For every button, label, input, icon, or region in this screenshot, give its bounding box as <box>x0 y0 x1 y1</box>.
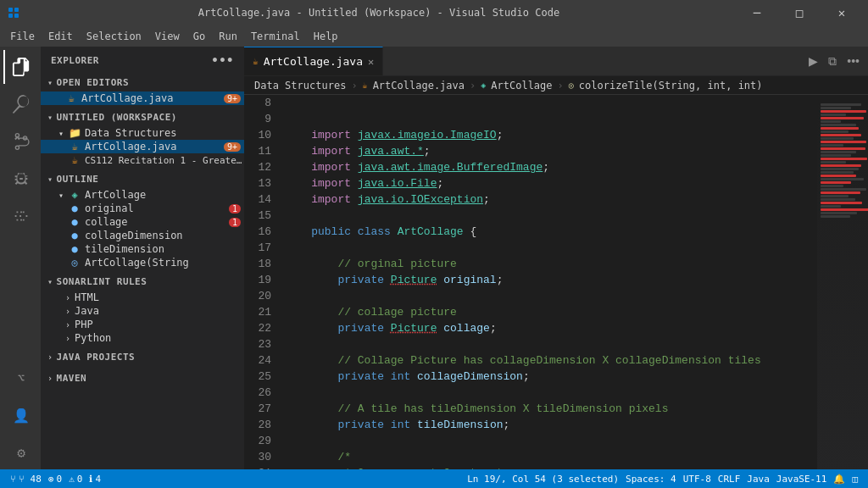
menu-run[interactable]: Run <box>212 25 244 47</box>
sonarlint-php[interactable]: › PHP <box>41 318 244 331</box>
minimap[interactable] <box>817 95 868 469</box>
breadcrumb-filename[interactable]: ArtCollage.java <box>373 80 465 92</box>
svg-rect-3 <box>14 14 19 18</box>
outline-header[interactable]: ▾ OUTLINE <box>41 167 244 188</box>
cs112-file[interactable]: ☕ CS112 Recitation 1 - Greatest Hits o..… <box>41 153 244 167</box>
line-ending-status[interactable]: CRLF <box>715 469 744 488</box>
git-branch-status[interactable]: ⑂ ⑂ 48 <box>7 469 45 488</box>
outline-artcollage-method[interactable]: ◎ ArtCollage(String <box>41 256 244 269</box>
menu-selection[interactable]: Selection <box>80 25 148 47</box>
maximize-button[interactable]: □ <box>780 0 819 25</box>
lint-status[interactable]: JavaSE-11 <box>773 469 831 488</box>
outline-collage[interactable]: ● collage 1 <box>41 215 244 229</box>
outline-artcollage[interactable]: ▾ ◈ ArtCollage <box>41 188 244 202</box>
breadcrumb-method[interactable]: colorizeTile(String, int, int) <box>579 80 763 92</box>
window-title: ArtCollage.java - Untitled (Workspace) -… <box>20 7 737 19</box>
sonarlint-html[interactable]: › HTML <box>41 291 244 304</box>
sidebar: EXPLORER ••• ▾ OPEN EDITORS ☕ ArtCollage… <box>41 47 244 469</box>
python-arrow: › <box>61 334 75 343</box>
encoding-label: UTF-8 <box>683 474 711 485</box>
workspace-header[interactable]: ▾ UNTITLED (WORKSPACE) <box>41 105 244 126</box>
menu-help[interactable]: Help <box>307 25 345 47</box>
svg-rect-1 <box>14 8 19 12</box>
warning-count: 0 <box>77 474 83 485</box>
sonarlint-header[interactable]: ▾ SONARLINT RULES <box>41 269 244 291</box>
menu-go[interactable]: Go <box>186 25 212 47</box>
activity-explorer[interactable] <box>3 50 37 84</box>
open-editor-artcollage[interactable]: ☕ ArtCollage.java 9+ <box>41 92 244 105</box>
data-structures-folder[interactable]: ▾ 📁 Data Structures <box>41 126 244 140</box>
more-actions-button[interactable]: ••• <box>843 53 863 69</box>
java-file-icon2: ☕ <box>68 154 81 166</box>
remote-icon[interactable]: ◫ <box>849 469 861 488</box>
close-button[interactable]: ✕ <box>822 0 861 25</box>
folder-arrow-icon: ▾ <box>54 129 68 138</box>
error-icon: ⊗ <box>48 474 54 485</box>
encoding-status[interactable]: UTF-8 <box>680 469 715 488</box>
explorer-header[interactable]: EXPLORER ••• <box>41 47 244 70</box>
breadcrumb-sep3: › <box>558 80 564 92</box>
warning-icon: ⚠ <box>69 474 75 485</box>
status-bar: ⑂ ⑂ 48 ⊗ 0 ⚠ 0 ℹ 4 Ln 19/, Col 54 (3 sel… <box>0 469 868 488</box>
code-and-minimap: 89101112 1314151617 1819202122 232425262… <box>244 95 868 469</box>
explorer-more-icon[interactable]: ••• <box>211 53 234 67</box>
language-status[interactable]: Java <box>743 469 773 488</box>
activity-search[interactable] <box>3 87 37 121</box>
activity-settings[interactable]: ⚙ <box>3 435 37 469</box>
info-icon: ℹ <box>89 474 92 485</box>
field-icon4: ● <box>68 243 81 255</box>
activity-account[interactable]: 👤 <box>3 398 37 432</box>
java-arrow: › <box>61 307 75 316</box>
status-right: Ln 19/, Col 54 (3 selected) Spaces: 4 UT… <box>464 469 861 488</box>
menu-view[interactable]: View <box>148 25 186 47</box>
language-label: Java <box>747 474 770 485</box>
breadcrumb-class[interactable]: ArtCollage <box>491 80 552 92</box>
maven-header[interactable]: › MAVEN <box>41 366 244 387</box>
code-editor[interactable]: 89101112 1314151617 1819202122 232425262… <box>244 95 817 469</box>
sonarlint-java[interactable]: › Java <box>41 304 244 318</box>
spaces-label: Spaces: 4 <box>626 474 676 485</box>
class-icon: ◈ <box>68 189 81 201</box>
spaces-status[interactable]: Spaces: 4 <box>622 469 680 488</box>
run-button[interactable]: ▶ <box>805 53 821 69</box>
tab-artcollage[interactable]: ☕ ArtCollage.java ✕ <box>244 47 383 75</box>
cursor-position-label: Ln 19/, Col 54 (3 selected) <box>467 474 619 485</box>
outline-tiledimension[interactable]: ● tileDimension <box>41 242 244 256</box>
sonarlint-python[interactable]: › Python <box>41 331 244 345</box>
menu-edit[interactable]: Edit <box>42 25 80 47</box>
artcollage-file[interactable]: ☕ ArtCollage.java 9+ <box>41 140 244 153</box>
field-icon2: ● <box>68 216 81 228</box>
minimize-button[interactable]: ─ <box>737 0 776 25</box>
activity-remote[interactable]: ⌥ <box>3 361 37 395</box>
title-bar-left <box>7 6 20 19</box>
menu-file[interactable]: File <box>3 25 42 47</box>
split-editor-button[interactable]: ⧉ <box>825 53 840 70</box>
errors-status[interactable]: ⊗ 0 <box>45 469 65 488</box>
line-ending-label: CRLF <box>718 474 741 485</box>
open-editors-header[interactable]: ▾ OPEN EDITORS <box>41 70 244 92</box>
code-lines[interactable]: import javax.imageio.ImageIO; import jav… <box>278 95 817 469</box>
java-projects-header[interactable]: › JAVA PROJECTS <box>41 345 244 366</box>
outline-collagedimension[interactable]: ● collageDimension <box>41 229 244 242</box>
git-branch-label: ⑂ 48 <box>19 474 42 485</box>
error-count: 0 <box>57 474 63 485</box>
cursor-position-status[interactable]: Ln 19/, Col 54 (3 selected) <box>464 469 622 488</box>
tab-java-icon: ☕ <box>253 56 259 67</box>
error-badge: 9+ <box>224 94 241 103</box>
tab-close-icon[interactable]: ✕ <box>368 56 374 68</box>
activity-extensions[interactable] <box>3 199 37 233</box>
menu-terminal[interactable]: Terminal <box>244 25 307 47</box>
breadcrumb-data-structures[interactable]: Data Structures <box>254 80 346 92</box>
outline-original[interactable]: ● original 1 <box>41 202 244 215</box>
activity-debug[interactable] <box>3 162 37 196</box>
title-bar: ArtCollage.java - Untitled (Workspace) -… <box>0 0 868 25</box>
tab-actions: ▶ ⧉ ••• <box>805 47 868 75</box>
info-status[interactable]: ℹ 4 <box>86 469 104 488</box>
activity-source-control[interactable] <box>3 125 37 158</box>
notification-icon[interactable]: 🔔 <box>830 469 849 488</box>
editor-area: ☕ ArtCollage.java ✕ ▶ ⧉ ••• Data Structu… <box>244 47 868 469</box>
tab-label: ArtCollage.java <box>264 55 363 68</box>
collage-badge: 1 <box>229 218 241 227</box>
warnings-status[interactable]: ⚠ 0 <box>65 469 86 488</box>
window-controls[interactable]: ─ □ ✕ <box>737 0 861 25</box>
